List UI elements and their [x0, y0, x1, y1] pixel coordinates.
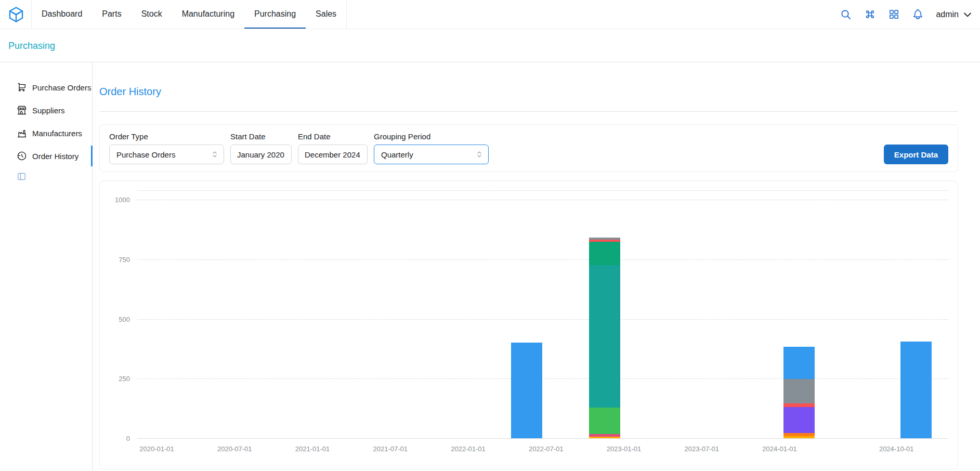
end-date-group: End Date	[298, 132, 368, 164]
y-tick-label: 0	[126, 435, 130, 442]
filter-panel: Order Type Purchase Orders Start Date En…	[99, 124, 958, 172]
x-tick-label: 2020-07-01	[217, 445, 252, 453]
chevron-down-icon	[962, 9, 973, 20]
gridline	[137, 319, 948, 320]
bar-segment-blue[interactable]	[511, 343, 542, 438]
stacked-bar-2022-Q4[interactable]	[589, 238, 620, 438]
chart-y-axis: 02505007501000	[107, 190, 137, 439]
x-tick-label: 2023-01-01	[607, 445, 642, 453]
shopping-cart-icon	[17, 82, 27, 93]
x-tick-label: 2022-07-01	[529, 445, 564, 453]
bar-segment-red[interactable]	[783, 403, 815, 407]
search-icon[interactable]	[840, 8, 852, 21]
stacked-bar-2022-Q2[interactable]	[511, 343, 542, 438]
chart-x-axis: 2020-01-012020-07-012021-01-012021-07-01…	[137, 439, 948, 457]
grouping-period-group: Grouping Period Quarterly	[374, 132, 489, 164]
start-date-group: Start Date	[230, 132, 292, 164]
x-tick-label: 2021-07-01	[373, 445, 408, 453]
x-tick-label: 2024-01-01	[762, 445, 797, 453]
tab-stock[interactable]: Stock	[132, 0, 172, 29]
y-tick-label: 1000	[115, 196, 130, 204]
x-tick-label: 2021-01-01	[295, 445, 330, 453]
stacked-bar-2024-Q1[interactable]	[783, 347, 815, 438]
username-label: admin	[936, 10, 959, 19]
start-date-label: Start Date	[230, 132, 292, 141]
start-date-input[interactable]	[230, 145, 292, 164]
x-tick-label: 2024-10-01	[879, 445, 914, 453]
sidebar-item-purchase-orders[interactable]: Purchase Orders	[0, 76, 92, 99]
bar-segment-green2[interactable]	[589, 242, 620, 265]
collapse-sidebar-icon[interactable]	[17, 172, 92, 184]
tab-manufacturing[interactable]: Manufacturing	[172, 0, 244, 29]
tab-parts[interactable]: Parts	[92, 0, 131, 29]
bar-segment-green[interactable]	[589, 408, 620, 434]
building-store-icon	[17, 105, 27, 115]
breadcrumb: Purchasing	[0, 29, 980, 62]
sidebar-item-manufacturers[interactable]: Manufacturers	[0, 122, 92, 145]
bar-segment-yellow[interactable]	[589, 437, 620, 438]
apps-grid-icon[interactable]	[888, 8, 900, 20]
sidebar-item-order-history[interactable]: Order History	[0, 145, 92, 167]
selector-updown-icon	[475, 150, 484, 159]
tab-purchasing[interactable]: Purchasing	[244, 0, 306, 29]
stacked-bar-2024-Q4[interactable]	[900, 342, 932, 438]
x-tick-label: 2023-07-01	[685, 445, 720, 453]
order-type-label: Order Type	[109, 132, 224, 141]
x-tick-label: 2022-01-01	[451, 445, 486, 453]
main-nav-tabs: Dashboard Parts Stock Manufacturing Purc…	[31, 0, 347, 29]
navbar: Dashboard Parts Stock Manufacturing Purc…	[0, 0, 980, 29]
order-type-group: Order Type Purchase Orders	[109, 132, 224, 164]
end-date-input[interactable]	[298, 145, 368, 164]
user-menu[interactable]: admin	[936, 9, 973, 20]
page-title: Order History	[99, 85, 958, 98]
notifications-bell-icon[interactable]	[912, 8, 924, 20]
breadcrumb-purchasing-link[interactable]: Purchasing	[8, 41, 55, 51]
main-panel: Order History Order Type Purchase Orders…	[93, 62, 980, 470]
history-clock-icon	[17, 151, 27, 161]
y-tick-label: 500	[119, 316, 130, 323]
bar-segment-teal[interactable]	[589, 265, 620, 408]
bar-segment-gray[interactable]	[783, 379, 815, 403]
x-tick-label: 2020-01-01	[139, 445, 174, 453]
chart-plot	[137, 190, 948, 439]
end-date-label: End Date	[298, 132, 368, 141]
sidebar-item-suppliers[interactable]: Suppliers	[0, 99, 92, 122]
gridline	[137, 378, 948, 379]
navbar-actions: admin	[840, 0, 973, 29]
building-factory-icon	[17, 128, 27, 138]
order-history-chart: 02505007501000 2020-01-012020-07-012021-…	[99, 180, 958, 469]
tab-sales[interactable]: Sales	[306, 0, 346, 29]
bar-segment-blue[interactable]	[783, 347, 815, 379]
grouping-period-select[interactable]: Quarterly	[374, 145, 489, 164]
selector-updown-icon	[210, 150, 219, 159]
gridline	[137, 259, 948, 260]
y-tick-label: 250	[119, 375, 130, 383]
bar-segment-blue[interactable]	[900, 342, 932, 438]
tab-dashboard[interactable]: Dashboard	[32, 0, 92, 29]
title-divider	[99, 111, 958, 112]
bar-segment-yellow[interactable]	[783, 436, 815, 438]
grouping-period-label: Grouping Period	[374, 132, 489, 141]
gridline	[137, 200, 948, 200]
command-palette-icon[interactable]	[864, 8, 876, 20]
app-logo-icon[interactable]	[7, 0, 25, 29]
y-tick-label: 750	[119, 256, 130, 264]
sidebar: Purchase Orders Suppliers Manufacturers …	[0, 62, 93, 470]
order-type-select[interactable]: Purchase Orders	[109, 145, 224, 164]
export-data-button[interactable]: Export Data	[884, 145, 948, 164]
bar-segment-violet[interactable]	[783, 407, 815, 433]
